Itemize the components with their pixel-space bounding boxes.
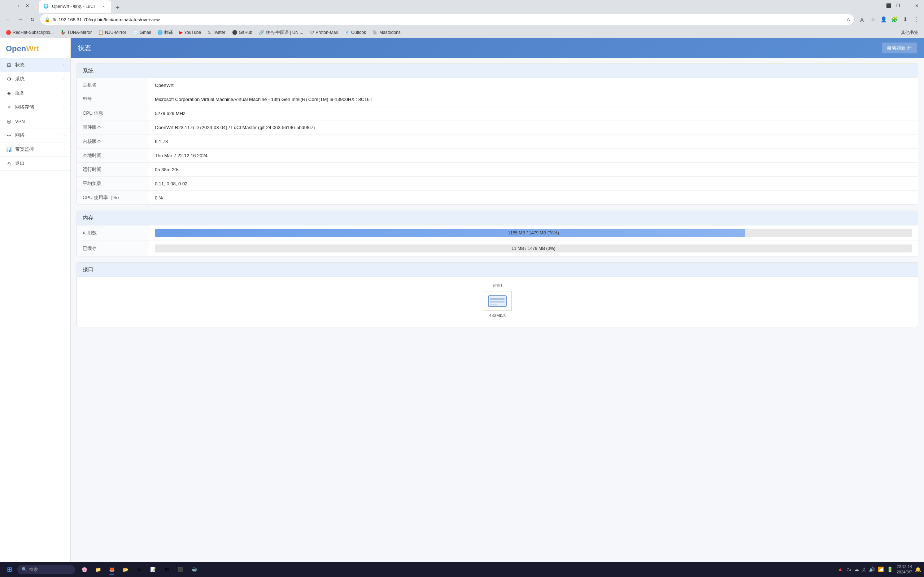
chevron-right-icon: › [63,119,65,123]
bookmark-redhat[interactable]: 🔴 RedHat-Subscriptio... [3,29,57,36]
outlook-icon: 📧 [344,30,350,35]
sidebar-item-network[interactable]: ⊹ 网络 › [0,128,70,142]
sidebar-item-status[interactable]: ⊞ 状态 › [0,58,70,72]
system-row-label: 主机名 [77,78,149,92]
system-section: 系统 主机名 OpenWrt 型号 Microsoft Corporation … [76,63,918,205]
mastodon-icon: 🐘 [373,30,378,35]
window-minimize-button[interactable]: ─ [903,2,912,10]
openwrt-logo: OpenWrt [6,44,65,53]
bookmark-label: 翻译 [164,29,173,36]
system-row-label: CPU 使用率（%） [77,191,149,205]
memory-available-bar: 1155 MB / 1479 MB (78%) [155,229,912,237]
network-icon: ⊹ [6,132,12,139]
tray-battery-icon[interactable]: 🔋 [886,566,894,573]
taskbar-files[interactable]: 📁 [92,563,105,576]
svg-rect-1 [490,298,505,300]
star-button[interactable]: ☆ [868,15,878,24]
bookmark-union[interactable]: 🔗 联合-中国语 | UN ... [256,29,306,36]
memory-cached-fill [155,245,162,253]
tray-volume-icon[interactable]: 🔊 [868,566,876,573]
sidebar-item-system[interactable]: ⚙ 系统 › [0,72,70,86]
sidebar-item-storage[interactable]: ≡ 网络存储 › [0,100,70,114]
tray-up-icon[interactable]: 🔺 [836,566,844,573]
taskbar-mail[interactable]: ✉ [160,563,173,576]
bookmark-protonmail[interactable]: 🛡 Proton-Mail [307,29,340,36]
sidebar-item-vpn[interactable]: ◎ VPN › [0,114,70,128]
browser-tab-active[interactable]: 🌐 OpenWrt - 概览 - LuCI × [39,0,111,13]
tray-cloud-icon[interactable]: ☁ [853,566,860,573]
bookmark-github[interactable]: ⚫ GitHub [229,29,255,36]
bookmark-label: Twitter [213,30,225,35]
profile-button[interactable]: 👤 [879,15,888,24]
bookmark-twitter[interactable]: 𝕏 Twitter [205,29,228,36]
sidebar: OpenWrt ⊞ 状态 › ⚙ 系统 › ◈ 服务 › ≡ 网络存储 › [0,38,71,562]
memory-bar-label: 1155 MB / 1479 MB (78%) [508,230,559,235]
system-row-label: 本地时间 [77,148,149,163]
taskbar-widgets[interactable]: 🌸 [78,563,91,576]
bookmark-label: 联合-中国语 | UN ... [266,29,303,36]
close-button[interactable]: ✕ [23,2,32,10]
minimize-button[interactable]: ─ [3,2,11,10]
memory-bar-cell: 1155 MB / 1479 MB (78%) [149,226,918,241]
taskbar-terminal[interactable]: ⬛ [174,563,187,576]
sidebar-item-services[interactable]: ◈ 服务 › [0,86,70,100]
taskbar-clock[interactable]: 22:12:14 2024/3/7 [897,564,912,575]
services-icon: ◈ [6,90,12,96]
bookmark-translate[interactable]: 🌐 翻译 [155,29,176,36]
window-close-button[interactable]: ✕ [913,2,921,10]
extensions-button[interactable]: 🧩 [889,15,900,24]
address-bar[interactable]: 🔒 ⊕ A [40,14,855,25]
memory-label: 已缓存 [77,241,149,256]
forward-button[interactable]: → [15,15,25,24]
sidebar-item-logout[interactable]: ⎋ 退出 [0,156,70,171]
settings-button[interactable]: ⋮ [911,15,921,24]
taskbar-search[interactable]: 🔍 搜索 [17,565,75,574]
notification-icon[interactable]: 🔔 [915,567,921,572]
tray-network-icon[interactable]: 📶 [877,566,885,573]
memory-cached-bar: 11 MB / 1479 MB (0%) [155,245,912,253]
bookmark-gmail[interactable]: ✉️ Gmail [130,29,154,36]
tray-layout-icon[interactable]: 🗂 [845,566,852,573]
taskbar: ⊞ 🔍 搜索 🌸 📁 🦊 📂 🖥 📝 ✉ ⬛ 🐳 🔺 🗂 ☁ 英 🔊 📶 🔋 2… [0,562,924,577]
bookmark-mastodon[interactable]: 🐘 Mastodons [370,29,404,36]
eth0-container: eth0 433Mb/s [77,277,918,327]
taskbar-right: 🔺 🗂 ☁ 英 🔊 📶 🔋 22:12:14 2024/3/7 🔔 [836,564,921,575]
eth0-diagram [483,291,512,311]
sidebar-item-bandwidth[interactable]: 📊 带宽监控 › [0,142,70,156]
bookmark-nju[interactable]: 📋 NJU-Mirror [95,29,129,36]
back-button[interactable]: ← [3,15,13,24]
table-row: 运行时间 0h 38m 20s [77,163,918,177]
taskbar-taskmanager[interactable]: 🖥 [133,563,146,576]
new-tab-button[interactable]: + [113,3,123,13]
sidebar-label: 带宽监控 [15,146,60,153]
content-body: 系统 主机名 OpenWrt 型号 Microsoft Corporation … [71,58,924,338]
taskbar-docker[interactable]: 🐳 [188,563,201,576]
vpn-icon: ◎ [6,118,12,124]
translate-icon[interactable]: A [847,17,850,23]
taskbar-browser[interactable]: 🦊 [105,563,118,576]
start-button[interactable]: ⊞ [3,563,16,576]
maximize-button[interactable]: □ [13,2,22,10]
bookmark-more[interactable]: 其他书签 [898,29,921,36]
bookmark-youtube[interactable]: ▶ YouTube [176,29,204,36]
refresh-button[interactable]: ↻ [27,15,37,24]
table-row: 内核版本 6.1.78 [77,134,918,148]
bandwidth-icon: 📊 [6,146,12,153]
interface-section-header: 接口 [77,263,918,277]
bookmark-tuna[interactable]: 🦆 TUNA-Mirror [57,29,95,36]
cast-button[interactable]: ⬛ [884,2,893,10]
extension-icon: ⊕ [52,17,56,23]
translate-button[interactable]: A [857,15,867,24]
system-row-value: OpenWrt [149,78,918,92]
bookmark-outlook[interactable]: 📧 Outlook [341,29,369,36]
tray-lang-icon[interactable]: 英 [861,566,867,573]
tab-close-button[interactable]: × [100,3,107,10]
taskbar-notes[interactable]: 📝 [147,563,160,576]
system-row-label: 内核版本 [77,134,149,148]
auto-refresh-button[interactable]: 自动刷新 开 [882,43,917,53]
restore-button[interactable]: ❐ [894,2,902,10]
url-input[interactable] [58,17,845,23]
downloads-button[interactable]: ⬇ [900,15,910,24]
taskbar-explorer[interactable]: 📂 [119,563,132,576]
browser-icon: 🦊 [109,567,115,572]
